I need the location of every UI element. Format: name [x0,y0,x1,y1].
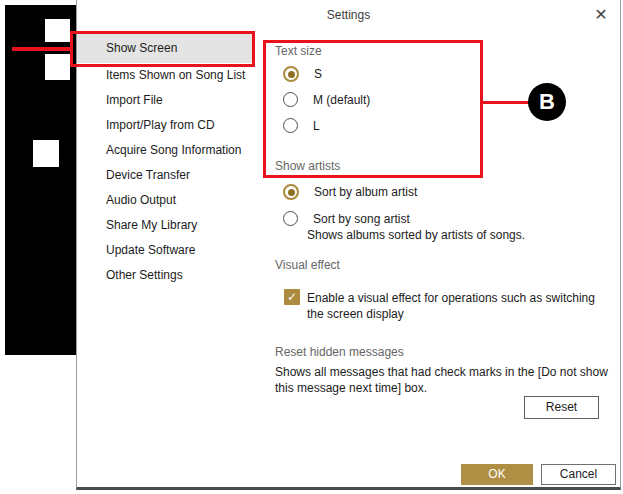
radio-row-song-artist: Sort by song artist [283,211,410,226]
close-icon[interactable]: ✕ [590,4,612,26]
sidebar-item-update-software[interactable]: Update Software [77,238,253,263]
radio-row-text-size-m: M (default) [283,92,370,107]
sidebar-item-acquire-song-information[interactable]: Acquire Song Information [77,138,253,163]
sidebar-item-share-my-library[interactable]: Share My Library [77,213,253,238]
reset-button[interactable]: Reset [524,396,599,419]
radio-row-text-size-s: S [283,66,322,82]
settings-dialog: Settings ✕ Show Screen Items Shown on So… [76,0,621,490]
show-artists-description: Shows albums sorted by artists of songs. [307,227,623,243]
dialog-title: Settings [77,8,620,22]
settings-sidebar: Show Screen Items Shown on Song List Imp… [77,34,253,288]
screenshot-root: { "window": { "title": "Settings", "clos… [0,0,623,494]
visual-effect-checkbox-label[interactable]: Enable a visual effect for operations su… [307,290,609,322]
radio-row-album-artist: Sort by album artist [283,184,417,200]
radio-row-text-size-l: L [283,118,320,133]
radio-button-song-artist[interactable] [283,211,298,226]
radio-button-s[interactable] [283,66,299,82]
radio-label-album-artist[interactable]: Sort by album artist [314,185,417,199]
sidebar-item-items-shown-on-song-list[interactable]: Items Shown on Song List [77,63,253,88]
background-app-shape [33,140,59,167]
show-artists-label: Show artists [275,159,340,173]
reset-hidden-messages-label: Reset hidden messages [275,345,404,359]
radio-label-l[interactable]: L [313,119,320,133]
background-app-shape [45,19,70,42]
radio-label-song-artist[interactable]: Sort by song artist [313,212,410,226]
background-app-shape [45,54,70,80]
reset-hidden-messages-description: Shows all messages that had check marks … [275,364,620,396]
text-size-label: Text size [275,44,322,58]
cancel-button[interactable]: Cancel [541,464,616,485]
radio-label-s[interactable]: S [314,67,322,81]
radio-button-album-artist[interactable] [283,184,299,200]
sidebar-item-import-play-from-cd[interactable]: Import/Play from CD [77,113,253,138]
sidebar-item-show-screen[interactable]: Show Screen [77,34,253,63]
radio-label-m[interactable]: M (default) [313,93,370,107]
ok-button[interactable]: OK [461,464,533,485]
sidebar-item-audio-output[interactable]: Audio Output [77,188,253,213]
visual-effect-checkbox[interactable]: ✓ [284,289,300,305]
background-app-panel [5,5,76,355]
radio-button-l[interactable] [283,118,298,133]
sidebar-item-other-settings[interactable]: Other Settings [77,263,253,288]
sidebar-item-device-transfer[interactable]: Device Transfer [77,163,253,188]
visual-effect-label: Visual effect [275,258,340,272]
radio-button-m[interactable] [283,92,298,107]
sidebar-item-import-file[interactable]: Import File [77,88,253,113]
